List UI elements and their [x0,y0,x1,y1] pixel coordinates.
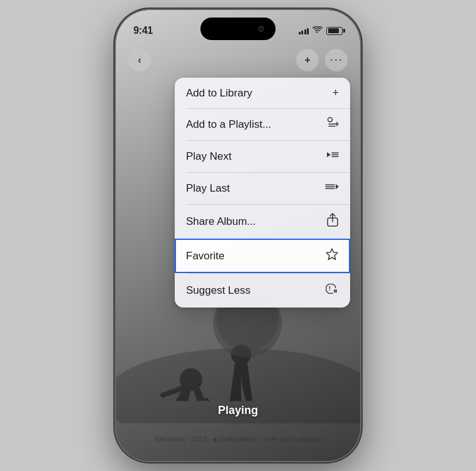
svg-point-22 [329,290,330,291]
share-album-label: Share Album... [186,215,256,228]
play-last-icon [325,181,339,195]
menu-item-add-to-library[interactable]: Add to Library + [175,78,350,108]
add-to-library-icon: + [332,86,339,100]
suggest-less-label: Suggest Less [186,284,251,297]
top-controls: ‹ + • • • [116,49,360,71]
back-chevron-icon: ‹ [138,55,141,65]
battery-fill [328,28,339,33]
front-camera [258,26,264,32]
play-next-icon [325,149,339,163]
favorite-icon [325,247,339,264]
add-to-playlist-icon [325,117,339,132]
now-playing-area: Playing [116,404,360,417]
signal-bar-1 [299,32,301,34]
svg-marker-17 [336,184,339,189]
signal-bars-icon [299,27,309,34]
add-icon: + [304,55,310,65]
bottom-metadata: Electronic · 2023 · ◈ Dolby Atmos · ≋ Hi… [116,435,360,443]
screen: 9:41 [116,10,360,461]
play-last-label: Play Last [186,182,230,195]
play-next-label: Play Next [186,150,232,163]
wifi-icon [313,26,323,36]
svg-point-5 [328,118,333,122]
menu-item-suggest-less[interactable]: Suggest Less [175,273,350,308]
menu-item-add-to-playlist[interactable]: Add to a Playlist... [175,108,350,140]
dynamic-island [200,18,276,40]
back-button[interactable]: ‹ [128,49,151,71]
battery-icon [326,27,343,35]
svg-marker-20 [326,249,338,260]
menu-item-play-next[interactable]: Play Next [175,140,350,172]
status-icons [299,26,343,36]
right-controls: + • • • [296,49,348,71]
track-metadata: Electronic · 2023 · ◈ Dolby Atmos · ≋ Hi… [116,435,360,443]
metadata-text: Electronic · 2023 · ◈ Dolby Atmos · ≋ Hi… [155,435,321,443]
favorite-label: Favorite [186,250,224,262]
suggest-less-icon [325,282,339,299]
more-dots-icon: • • • [331,58,342,63]
menu-item-favorite[interactable]: Favorite [175,239,350,273]
signal-bar-4 [307,28,309,34]
share-album-icon [326,213,339,230]
signal-bar-3 [304,29,306,34]
add-button[interactable]: + [296,49,319,71]
context-menu: Add to Library + Add to a Playlist... Pl… [175,78,350,308]
svg-marker-10 [327,152,331,157]
more-button[interactable]: • • • [325,49,348,71]
now-playing-label: Playing [218,404,258,417]
status-time: 9:41 [133,25,153,36]
phone-frame: 9:41 [116,10,360,461]
add-to-library-label: Add to Library [186,87,252,100]
menu-item-play-last[interactable]: Play Last [175,172,350,204]
signal-bar-2 [301,31,303,34]
menu-item-share-album[interactable]: Share Album... [175,204,350,239]
add-to-playlist-label: Add to a Playlist... [186,118,271,131]
